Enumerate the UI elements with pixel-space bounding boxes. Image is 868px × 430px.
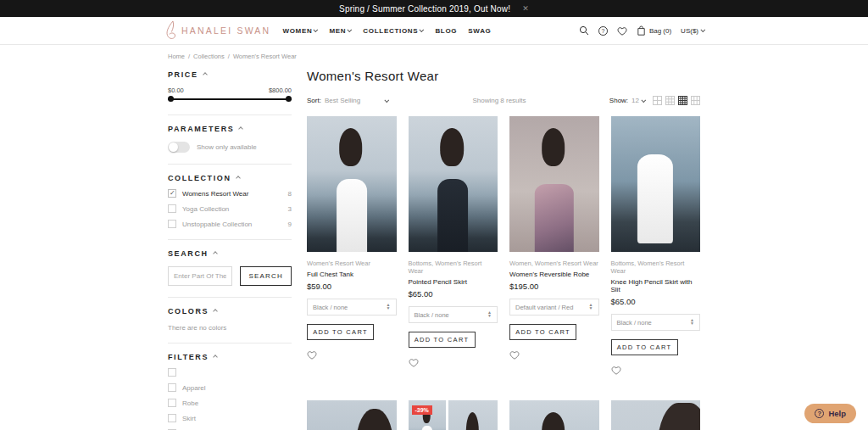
product-price: $65.00	[611, 297, 701, 306]
swan-logo-icon	[163, 20, 178, 41]
chevron-up-icon	[239, 126, 244, 131]
product-image[interactable]	[448, 400, 498, 430]
wishlist-heart-icon[interactable]	[617, 26, 627, 36]
product-image[interactable]	[409, 116, 498, 252]
price-section-header[interactable]: PRICE	[168, 70, 292, 79]
product-price: $59.00	[307, 282, 397, 291]
collection-filter-womens-resort-wear[interactable]: Womens Resort Wear 8	[168, 189, 292, 198]
checkbox-checked[interactable]	[168, 189, 176, 198]
product-image[interactable]	[509, 116, 599, 252]
checkbox[interactable]	[168, 414, 176, 422]
breadcrumb-home[interactable]: Home	[168, 53, 185, 60]
chevron-up-icon	[213, 355, 218, 360]
page-title: Women's Resort Wear	[307, 69, 700, 83]
chevron-up-icon	[213, 251, 218, 256]
colors-section-header[interactable]: COLORS	[168, 307, 292, 316]
price-slider-handle-min[interactable]	[168, 96, 174, 102]
checkbox[interactable]	[168, 204, 176, 213]
colors-empty-note: There are no colors	[168, 324, 292, 332]
price-max: $800.00	[269, 87, 292, 94]
logo[interactable]: HANALEI SWAN	[163, 20, 270, 41]
price-slider-track[interactable]	[168, 98, 292, 100]
collection-filter-unstoppable-collection[interactable]: Unstoppable Collection 9	[168, 220, 292, 228]
price-section: PRICE $0.00 $800.00	[168, 69, 292, 115]
chevron-down-icon	[348, 27, 353, 32]
nav-swag[interactable]: SWAG	[468, 27, 491, 35]
add-to-cart-button[interactable]: ADD TO CART	[409, 332, 476, 348]
help-circle-icon[interactable]: ?	[598, 26, 608, 36]
wishlist-heart-icon[interactable]	[509, 348, 520, 363]
filter-robe[interactable]: Robe	[168, 399, 292, 407]
question-icon: ?	[815, 409, 824, 418]
product-image[interactable]	[611, 400, 701, 430]
bag-button[interactable]: Bag (0)	[637, 25, 671, 36]
currency-selector[interactable]: US($)	[681, 27, 705, 35]
wishlist-heart-icon[interactable]	[409, 355, 419, 371]
product-image[interactable]	[509, 400, 599, 430]
variant-select[interactable]: Black / none ▲▼	[611, 314, 701, 331]
search-icon[interactable]	[579, 25, 589, 36]
grid-4x4-icon-active[interactable]	[678, 96, 687, 105]
product-card: -39%	[409, 400, 498, 430]
filter-apparel[interactable]: Apparel	[168, 383, 292, 392]
product-category: Women, Women's Resort Wear	[509, 260, 599, 267]
variant-select[interactable]: Black / none ▲▼	[307, 299, 397, 316]
product-image[interactable]	[611, 116, 701, 252]
nav-men[interactable]: MEN	[329, 27, 352, 35]
nav-blog[interactable]: BLOG	[435, 27, 457, 35]
product-name[interactable]: Knee High Pencil Skirt with Slit	[611, 278, 701, 293]
filters-section-header[interactable]: FILTERS	[168, 353, 292, 361]
show-per-page-dropdown[interactable]: Show: 12	[609, 97, 646, 104]
grid-2x2-icon[interactable]	[653, 96, 662, 105]
filters-section: FILTERS Apparel Robe	[168, 343, 292, 430]
checkbox[interactable]	[168, 383, 176, 392]
search-button[interactable]: SEARCH	[240, 266, 292, 286]
product-name[interactable]: Pointed Pencil Skirt	[409, 278, 498, 286]
price-slider-handle-max[interactable]	[286, 96, 292, 102]
wishlist-heart-icon[interactable]	[307, 348, 317, 363]
help-label: Help	[828, 409, 846, 418]
toolbar: Sort: Best Selling Showing 8 results Sho…	[307, 96, 700, 105]
main-nav: WOMEN MEN COLLECTIONS BLOG SWAG	[282, 27, 491, 35]
search-section-header[interactable]: SEARCH	[168, 249, 292, 258]
search-input[interactable]	[168, 266, 232, 286]
grid-list-icon[interactable]	[691, 96, 700, 105]
product-name[interactable]: Women's Reversible Robe	[509, 271, 599, 278]
chevron-down-icon	[420, 27, 425, 32]
filter-skirt[interactable]: Skirt	[168, 414, 292, 422]
grid-3x3-icon[interactable]	[665, 96, 675, 105]
availability-toggle[interactable]	[168, 142, 190, 153]
checkbox[interactable]	[168, 399, 176, 407]
product-image[interactable]	[307, 400, 397, 430]
product-card: Bottoms, Women's Resort Wear Knee High P…	[611, 116, 701, 378]
chevron-down-icon	[700, 27, 705, 32]
product-name[interactable]: Full Chest Tank	[307, 271, 397, 278]
parameters-section-header[interactable]: PARAMETERS	[168, 125, 292, 133]
bag-label: Bag (0)	[649, 27, 671, 35]
variant-select[interactable]: Black / none ▲▼	[409, 306, 498, 323]
chevron-up-icon	[236, 176, 241, 181]
nav-collections[interactable]: COLLECTIONS	[363, 27, 424, 35]
results-count: Showing 8 results	[389, 97, 609, 104]
chevron-up-icon	[203, 72, 208, 77]
wishlist-heart-icon[interactable]	[611, 363, 621, 378]
collection-section-header[interactable]: COLLECTION	[168, 174, 292, 182]
add-to-cart-button[interactable]: ADD TO CART	[611, 339, 678, 355]
breadcrumb-collections[interactable]: Collections	[193, 53, 225, 60]
sort-dropdown[interactable]: Sort: Best Selling	[307, 97, 389, 104]
product-image[interactable]	[307, 116, 397, 252]
price-slider[interactable]	[168, 96, 292, 103]
close-icon[interactable]: ✕	[522, 4, 529, 13]
colors-section: COLORS There are no colors	[168, 298, 292, 343]
add-to-cart-button[interactable]: ADD TO CART	[509, 324, 576, 340]
checkbox[interactable]	[168, 368, 176, 377]
add-to-cart-button[interactable]: ADD TO CART	[307, 324, 374, 340]
help-button[interactable]: ? Help	[804, 404, 856, 423]
product-image[interactable]: -39%	[409, 400, 498, 430]
variant-select[interactable]: Default variant / Red ▲▼	[509, 299, 599, 316]
filter-unnamed[interactable]	[168, 368, 292, 377]
checkbox[interactable]	[168, 220, 176, 228]
nav-women[interactable]: WOMEN	[282, 27, 318, 35]
announcement-banner: Spring / Summer Collection 2019, Out Now…	[0, 0, 868, 17]
collection-filter-yoga-collection[interactable]: Yoga Collection 3	[168, 204, 292, 213]
